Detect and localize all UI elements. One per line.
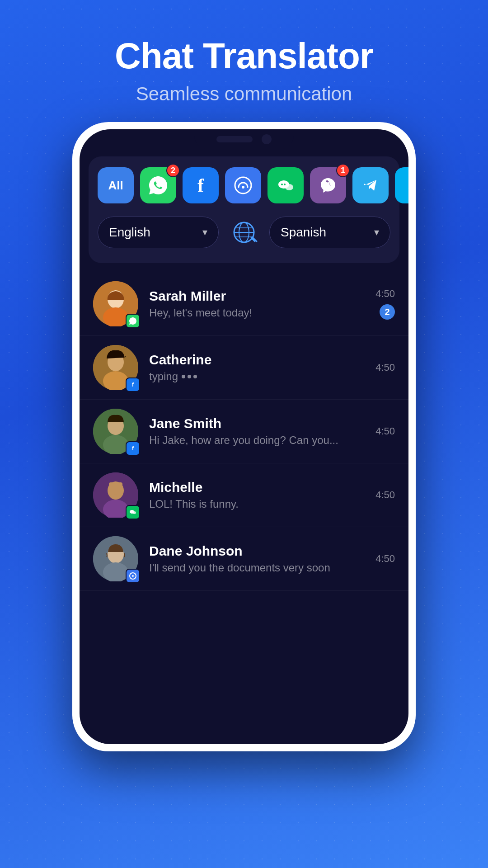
skype-icon[interactable]: S	[395, 167, 408, 203]
app-bar-panel: All 2 f	[89, 156, 399, 263]
target-language-chevron: ▾	[374, 226, 379, 238]
svg-rect-23	[109, 482, 122, 488]
svg-point-13	[103, 307, 128, 326]
jane-smith-preview: Hi Jake, how are you doing? Can you...	[149, 434, 375, 447]
catherine-app-badge: f	[126, 377, 140, 392]
svg-point-3	[285, 184, 293, 190]
svg-point-19	[103, 435, 128, 454]
svg-point-5	[284, 184, 286, 185]
jane-smith-app-badge: f	[126, 441, 140, 456]
svg-point-31	[132, 575, 134, 577]
chat-list: Sarah Miller Hey, let's meet today! 4:50…	[80, 263, 408, 600]
catherine-info: Catherine typing	[149, 352, 375, 383]
sarah-miller-unread: 2	[380, 304, 395, 320]
sarah-miller-name: Sarah Miller	[149, 288, 375, 304]
phone-mockup: All 2 f	[72, 122, 416, 751]
michelle-preview: LOL! This is funny.	[149, 498, 375, 510]
michelle-name: Michelle	[149, 480, 375, 495]
catherine-meta: 4:50	[375, 362, 395, 373]
dane-johnson-avatar-wrap	[93, 536, 138, 581]
phone-frame: All 2 f	[72, 122, 416, 751]
source-language-selector[interactable]: English ▾	[98, 217, 219, 248]
facebook-icon[interactable]: f	[183, 167, 219, 203]
jane-smith-avatar-wrap: f	[93, 409, 138, 454]
wechat-icon[interactable]	[267, 167, 304, 203]
sarah-miller-preview: Hey, let's meet today!	[149, 307, 375, 319]
catherine-time: 4:50	[375, 362, 395, 373]
source-language-label: English	[109, 225, 150, 240]
typing-dot-2	[188, 375, 191, 378]
dane-johnson-info: Dane Johnson I'll send you the documents…	[149, 543, 375, 574]
signal-icon[interactable]	[225, 167, 261, 203]
jane-smith-time: 4:50	[375, 425, 395, 437]
dane-johnson-name: Dane Johnson	[149, 543, 375, 559]
chat-item-sarah-miller[interactable]: Sarah Miller Hey, let's meet today! 4:50…	[80, 272, 408, 336]
phone-screen: All 2 f	[80, 129, 408, 744]
sarah-miller-app-badge	[126, 314, 140, 328]
michelle-info: Michelle LOL! This is funny.	[149, 480, 375, 510]
typing-dot-1	[182, 375, 185, 378]
translate-icon-button[interactable]	[226, 214, 262, 250]
target-language-label: Spanish	[281, 225, 326, 240]
all-apps-button[interactable]: All	[98, 167, 134, 203]
whatsapp-icon[interactable]: 2	[140, 167, 176, 203]
jane-smith-name: Jane Smith	[149, 416, 375, 431]
svg-point-29	[103, 562, 128, 581]
typing-dot-3	[193, 375, 197, 378]
dane-johnson-time: 4:50	[375, 553, 395, 565]
typing-dots	[182, 375, 197, 378]
catherine-avatar-wrap: f	[93, 345, 138, 390]
svg-point-1	[242, 186, 244, 189]
source-language-chevron: ▾	[202, 226, 207, 238]
jane-smith-info: Jane Smith Hi Jake, how are you doing? C…	[149, 416, 375, 447]
dane-johnson-meta: 4:50	[375, 553, 395, 565]
phone-notch	[194, 129, 294, 149]
michelle-time: 4:50	[375, 489, 395, 501]
michelle-avatar-wrap	[93, 472, 138, 518]
chat-item-michelle[interactable]: Michelle LOL! This is funny. 4:50	[80, 463, 408, 527]
svg-point-24	[113, 494, 118, 500]
viber-icon[interactable]: 1	[310, 167, 346, 203]
svg-point-16	[103, 371, 128, 390]
dane-johnson-app-badge	[126, 569, 140, 583]
app-subtitle: Seamless communication	[0, 83, 488, 105]
viber-badge: 1	[336, 164, 350, 177]
chat-item-catherine[interactable]: f Catherine typing	[80, 336, 408, 400]
whatsapp-badge: 2	[166, 164, 180, 177]
notch-bar	[216, 136, 253, 142]
app-icons-row: All 2 f	[98, 167, 390, 203]
dane-johnson-preview: I'll send you the documents very soon	[149, 561, 375, 574]
notch-camera	[262, 134, 272, 144]
target-language-selector[interactable]: Spanish ▾	[269, 217, 390, 248]
chat-item-jane-smith[interactable]: f Jane Smith Hi Jake, how are you doing?…	[80, 400, 408, 463]
svg-point-4	[281, 184, 283, 185]
michelle-meta: 4:50	[375, 489, 395, 501]
catherine-name: Catherine	[149, 352, 375, 368]
jane-smith-meta: 4:50	[375, 425, 395, 437]
hero-section: Chat Translator Seamless communication	[0, 0, 488, 127]
michelle-app-badge	[126, 505, 140, 519]
catherine-preview: typing	[149, 370, 375, 383]
sarah-miller-time: 4:50	[375, 288, 395, 300]
sarah-miller-avatar-wrap	[93, 281, 138, 326]
telegram-icon[interactable]	[352, 167, 389, 203]
svg-point-0	[235, 177, 251, 193]
svg-point-26	[132, 511, 136, 514]
sarah-miller-meta: 4:50 2	[375, 288, 395, 320]
sarah-miller-info: Sarah Miller Hey, let's meet today!	[149, 288, 375, 319]
language-selector-row: English ▾ Span	[98, 214, 390, 250]
chat-item-dane-johnson[interactable]: Dane Johnson I'll send you the documents…	[80, 527, 408, 591]
app-title: Chat Translator	[0, 36, 488, 76]
